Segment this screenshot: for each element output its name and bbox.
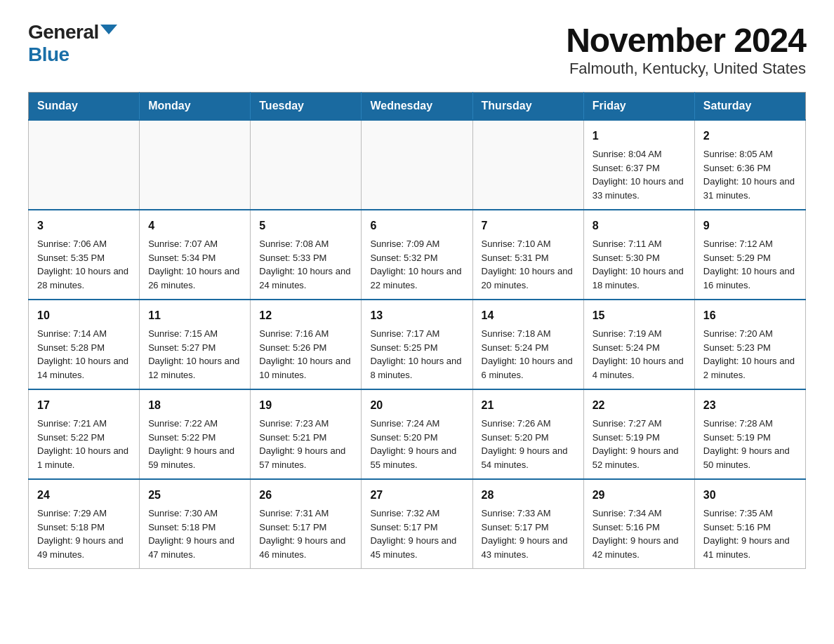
- calendar-cell: 29Sunrise: 7:34 AM Sunset: 5:16 PM Dayli…: [583, 479, 694, 569]
- calendar-cell: 25Sunrise: 7:30 AM Sunset: 5:18 PM Dayli…: [140, 479, 251, 569]
- day-number: 11: [148, 307, 241, 324]
- day-number: 21: [482, 397, 575, 414]
- day-info: Sunrise: 7:15 AM Sunset: 5:27 PM Dayligh…: [148, 327, 241, 382]
- day-number: 20: [370, 397, 463, 414]
- logo: General Blue: [28, 21, 117, 66]
- calendar-cell: 5Sunrise: 7:08 AM Sunset: 5:33 PM Daylig…: [251, 210, 362, 300]
- day-number: 5: [259, 217, 352, 234]
- day-number: 25: [148, 487, 241, 504]
- calendar-cell: 16Sunrise: 7:20 AM Sunset: 5:23 PM Dayli…: [694, 300, 805, 389]
- day-number: 29: [593, 487, 686, 504]
- day-number: 24: [37, 487, 131, 504]
- header-wednesday: Wednesday: [362, 93, 472, 121]
- calendar-week-row: 10Sunrise: 7:14 AM Sunset: 5:28 PM Dayli…: [29, 300, 806, 389]
- day-number: 8: [593, 217, 686, 234]
- calendar-cell: 2Sunrise: 8:05 AM Sunset: 6:36 PM Daylig…: [694, 120, 805, 210]
- page-header: General Blue November 2024 Falmouth, Ken…: [28, 21, 806, 78]
- day-info: Sunrise: 7:18 AM Sunset: 5:24 PM Dayligh…: [482, 327, 575, 382]
- day-number: 4: [148, 217, 241, 234]
- day-number: 17: [37, 397, 131, 414]
- day-info: Sunrise: 7:12 AM Sunset: 5:29 PM Dayligh…: [703, 237, 797, 292]
- header-monday: Monday: [140, 93, 251, 121]
- calendar-cell: 7Sunrise: 7:10 AM Sunset: 5:31 PM Daylig…: [472, 210, 583, 300]
- calendar-cell: [140, 120, 251, 210]
- day-info: Sunrise: 7:28 AM Sunset: 5:19 PM Dayligh…: [703, 417, 797, 471]
- calendar-week-row: 17Sunrise: 7:21 AM Sunset: 5:22 PM Dayli…: [29, 389, 806, 479]
- day-info: Sunrise: 7:23 AM Sunset: 5:21 PM Dayligh…: [259, 417, 352, 471]
- day-info: Sunrise: 7:06 AM Sunset: 5:35 PM Dayligh…: [37, 237, 131, 292]
- day-info: Sunrise: 7:24 AM Sunset: 5:20 PM Dayligh…: [370, 417, 463, 471]
- day-info: Sunrise: 7:30 AM Sunset: 5:18 PM Dayligh…: [148, 507, 241, 561]
- calendar-week-row: 3Sunrise: 7:06 AM Sunset: 5:35 PM Daylig…: [29, 210, 806, 300]
- calendar-cell: 6Sunrise: 7:09 AM Sunset: 5:32 PM Daylig…: [362, 210, 472, 300]
- calendar-cell: 26Sunrise: 7:31 AM Sunset: 5:17 PM Dayli…: [251, 479, 362, 569]
- day-info: Sunrise: 7:11 AM Sunset: 5:30 PM Dayligh…: [593, 237, 686, 292]
- day-number: 26: [259, 487, 352, 504]
- day-number: 18: [148, 397, 241, 414]
- calendar-cell: 27Sunrise: 7:32 AM Sunset: 5:17 PM Dayli…: [362, 479, 472, 569]
- header-saturday: Saturday: [694, 93, 805, 121]
- calendar-cell: [472, 120, 583, 210]
- day-info: Sunrise: 7:29 AM Sunset: 5:18 PM Dayligh…: [37, 507, 131, 561]
- logo-arrow-icon: [100, 25, 117, 34]
- calendar-cell: 3Sunrise: 7:06 AM Sunset: 5:35 PM Daylig…: [29, 210, 140, 300]
- day-number: 19: [259, 397, 352, 414]
- calendar-cell: 15Sunrise: 7:19 AM Sunset: 5:24 PM Dayli…: [583, 300, 694, 389]
- header-thursday: Thursday: [472, 93, 583, 121]
- calendar-cell: 4Sunrise: 7:07 AM Sunset: 5:34 PM Daylig…: [140, 210, 251, 300]
- day-number: 16: [703, 307, 797, 324]
- day-number: 22: [593, 397, 686, 414]
- calendar-cell: 22Sunrise: 7:27 AM Sunset: 5:19 PM Dayli…: [583, 389, 694, 479]
- calendar-cell: 10Sunrise: 7:14 AM Sunset: 5:28 PM Dayli…: [29, 300, 140, 389]
- day-number: 13: [370, 307, 463, 324]
- header-sunday: Sunday: [29, 93, 140, 121]
- calendar-cell: 18Sunrise: 7:22 AM Sunset: 5:22 PM Dayli…: [140, 389, 251, 479]
- calendar-cell: 11Sunrise: 7:15 AM Sunset: 5:27 PM Dayli…: [140, 300, 251, 389]
- day-number: 14: [482, 307, 575, 324]
- day-number: 3: [37, 217, 131, 234]
- day-info: Sunrise: 7:21 AM Sunset: 5:22 PM Dayligh…: [37, 417, 131, 471]
- day-info: Sunrise: 7:31 AM Sunset: 5:17 PM Dayligh…: [259, 507, 352, 561]
- calendar-cell: 19Sunrise: 7:23 AM Sunset: 5:21 PM Dayli…: [251, 389, 362, 479]
- day-number: 6: [370, 217, 463, 234]
- logo-general: General: [28, 21, 99, 43]
- calendar-cell: 20Sunrise: 7:24 AM Sunset: 5:20 PM Dayli…: [362, 389, 472, 479]
- day-number: 10: [37, 307, 131, 324]
- day-info: Sunrise: 7:35 AM Sunset: 5:16 PM Dayligh…: [703, 507, 797, 561]
- day-number: 7: [482, 217, 575, 234]
- day-info: Sunrise: 7:10 AM Sunset: 5:31 PM Dayligh…: [482, 237, 575, 292]
- calendar-cell: 9Sunrise: 7:12 AM Sunset: 5:29 PM Daylig…: [694, 210, 805, 300]
- day-number: 30: [703, 487, 797, 504]
- calendar-cell: 13Sunrise: 7:17 AM Sunset: 5:25 PM Dayli…: [362, 300, 472, 389]
- calendar-cell: 1Sunrise: 8:04 AM Sunset: 6:37 PM Daylig…: [583, 120, 694, 210]
- calendar-header-row: SundayMondayTuesdayWednesdayThursdayFrid…: [29, 93, 806, 121]
- page-subtitle: Falmouth, Kentucky, United States: [566, 60, 806, 78]
- header-friday: Friday: [583, 93, 694, 121]
- day-info: Sunrise: 7:09 AM Sunset: 5:32 PM Dayligh…: [370, 237, 463, 292]
- day-number: 15: [593, 307, 686, 324]
- day-info: Sunrise: 7:19 AM Sunset: 5:24 PM Dayligh…: [593, 327, 686, 382]
- calendar-cell: 24Sunrise: 7:29 AM Sunset: 5:18 PM Dayli…: [29, 479, 140, 569]
- calendar-table: SundayMondayTuesdayWednesdayThursdayFrid…: [28, 92, 806, 569]
- day-number: 28: [482, 487, 575, 504]
- calendar-cell: [251, 120, 362, 210]
- day-number: 23: [703, 397, 797, 414]
- calendar-week-row: 1Sunrise: 8:04 AM Sunset: 6:37 PM Daylig…: [29, 120, 806, 210]
- day-info: Sunrise: 7:26 AM Sunset: 5:20 PM Dayligh…: [482, 417, 575, 471]
- day-info: Sunrise: 7:33 AM Sunset: 5:17 PM Dayligh…: [482, 507, 575, 561]
- day-info: Sunrise: 7:07 AM Sunset: 5:34 PM Dayligh…: [148, 237, 241, 292]
- day-info: Sunrise: 7:32 AM Sunset: 5:17 PM Dayligh…: [370, 507, 463, 561]
- calendar-cell: 23Sunrise: 7:28 AM Sunset: 5:19 PM Dayli…: [694, 389, 805, 479]
- calendar-cell: 12Sunrise: 7:16 AM Sunset: 5:26 PM Dayli…: [251, 300, 362, 389]
- title-block: November 2024 Falmouth, Kentucky, United…: [566, 21, 806, 78]
- calendar-cell: 30Sunrise: 7:35 AM Sunset: 5:16 PM Dayli…: [694, 479, 805, 569]
- day-info: Sunrise: 8:05 AM Sunset: 6:36 PM Dayligh…: [703, 147, 797, 202]
- logo-blue: Blue: [28, 43, 70, 65]
- day-number: 2: [703, 128, 797, 145]
- calendar-cell: [362, 120, 472, 210]
- day-info: Sunrise: 7:08 AM Sunset: 5:33 PM Dayligh…: [259, 237, 352, 292]
- day-info: Sunrise: 8:04 AM Sunset: 6:37 PM Dayligh…: [593, 147, 686, 202]
- day-number: 9: [703, 217, 797, 234]
- calendar-cell: 14Sunrise: 7:18 AM Sunset: 5:24 PM Dayli…: [472, 300, 583, 389]
- calendar-cell: 21Sunrise: 7:26 AM Sunset: 5:20 PM Dayli…: [472, 389, 583, 479]
